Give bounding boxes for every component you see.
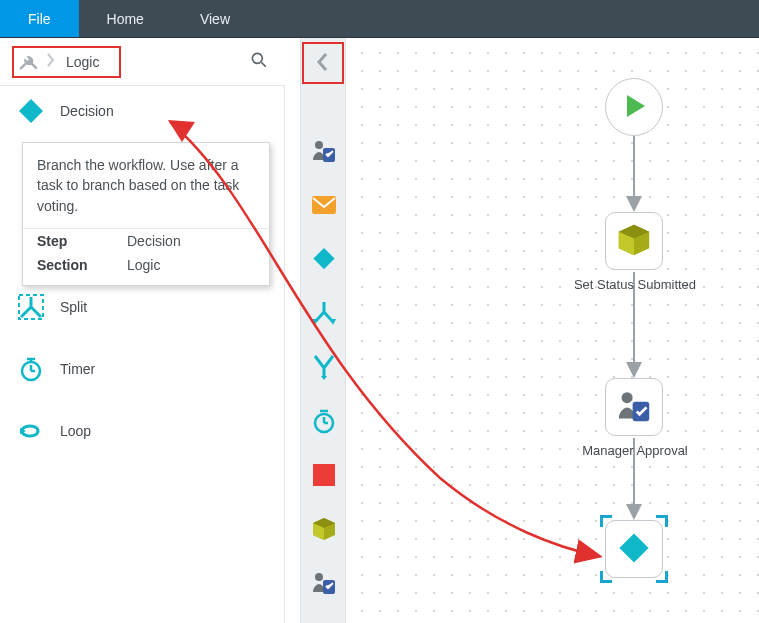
breadcrumb-label: Logic [62,54,111,70]
toolbox-toggle-button[interactable] [302,42,344,84]
toolbox-header: Logic [0,38,285,86]
tools-icon [18,51,40,73]
toolbox-item-decision[interactable]: Decision [0,86,284,136]
decision-icon [16,96,46,126]
svg-point-0 [252,53,262,63]
mini-timer-icon[interactable] [309,406,339,436]
mini-stop-icon[interactable] [309,460,339,490]
toolbox-item-timer[interactable]: Timer [0,344,284,394]
tooltip-section-value: Logic [127,257,160,273]
tooltip-section-label: Section [37,257,127,273]
svg-line-1 [262,63,266,67]
search-button[interactable] [245,48,273,76]
timer-icon [16,354,46,384]
node-start[interactable] [605,78,663,136]
toolbox-item-label: Split [60,299,87,315]
toolbox-item-loop[interactable]: Loop [0,406,284,456]
svg-point-18 [315,573,323,581]
menu-file[interactable]: File [0,0,79,37]
menu-home[interactable]: Home [79,0,172,37]
tooltip-step-value: Decision [127,233,181,249]
svg-point-9 [315,141,323,149]
split-icon [16,292,46,322]
search-icon [249,50,269,73]
svg-rect-11 [312,196,336,214]
toolbox-item-label: Timer [60,361,95,377]
approval-icon [616,388,652,427]
mini-split-icon[interactable] [309,298,339,328]
loop-icon [16,416,46,446]
menu-view[interactable]: View [172,0,258,37]
node-manager-approval[interactable] [605,378,663,436]
tooltip-step-label: Step [37,233,127,249]
mini-task-icon[interactable] [309,136,339,166]
svg-rect-12 [313,248,334,269]
tooltip-description: Branch the workflow. Use after a task to… [23,143,269,229]
toolbox-item-label: Loop [60,423,91,439]
svg-point-23 [622,392,633,403]
toolbox-item-split[interactable]: Split [0,282,284,332]
svg-rect-17 [313,464,335,486]
node-set-status[interactable] [605,212,663,270]
toolbox-tooltip: Branch the workflow. Use after a task to… [22,142,270,286]
mini-toolstrip [300,38,346,623]
node-set-status-label: Set Status Submitted [565,276,705,294]
box-icon [616,222,652,261]
workflow-canvas[interactable]: Set Status Submitted Manager Approval [347,38,759,623]
mini-box-icon[interactable] [309,514,339,544]
breadcrumb[interactable]: Logic [12,46,121,78]
mini-mail-icon[interactable] [309,190,339,220]
node-manager-approval-label: Manager Approval [565,442,705,460]
mini-task2-icon[interactable] [309,568,339,598]
mini-merge-icon[interactable] [309,352,339,382]
svg-rect-25 [619,533,648,562]
menu-bar: File Home View [0,0,759,38]
chevron-right-icon [46,52,56,71]
chevron-left-icon [315,51,331,76]
decision-icon [617,531,651,568]
mini-decision-icon[interactable] [309,244,339,274]
node-decision-selected[interactable] [605,520,663,578]
play-icon [619,91,649,124]
svg-rect-2 [19,99,43,123]
toolbox-item-label: Decision [60,103,114,119]
